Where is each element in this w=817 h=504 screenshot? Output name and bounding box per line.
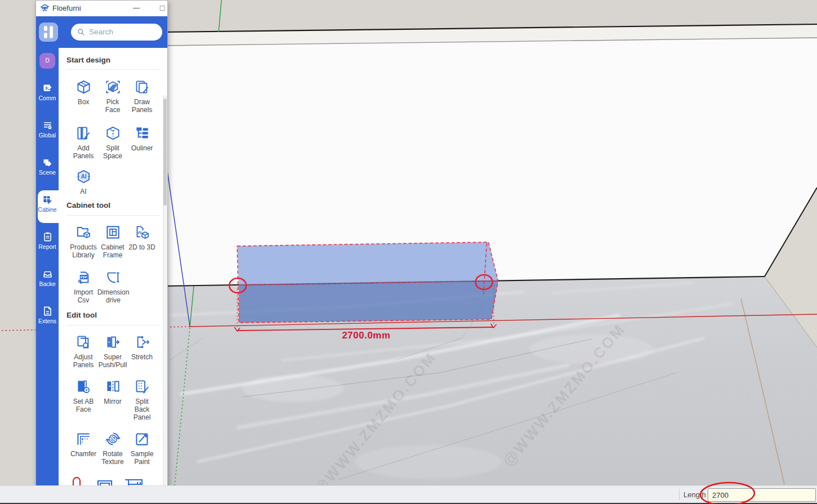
sidebar-tab-backend[interactable]: Backe: [36, 269, 59, 287]
measurement-label: Length: [683, 490, 706, 499]
avatar[interactable]: D: [39, 53, 55, 69]
tool-pick-face[interactable]: Pick Face: [98, 79, 127, 114]
tool-add-panels[interactable]: Add Panels: [69, 126, 98, 160]
sidebar-tab-extension[interactable]: Extens: [36, 306, 59, 324]
dimension-text: 2700.0mm: [326, 330, 407, 341]
sidebar-tab-cabinet[interactable]: Cabine: [36, 194, 59, 213]
tool-2d-to-3d[interactable]: 2D to 3D: [126, 225, 158, 251]
tool-adjust-panels[interactable]: Adjust Panels: [69, 334, 98, 369]
search-input[interactable]: [88, 25, 158, 39]
section-title-start-design: Start design: [66, 56, 110, 64]
status-bar: Length: [0, 485, 817, 503]
products-library-icon: [76, 225, 91, 240]
search-icon: [77, 28, 85, 36]
panel-scrollbar[interactable]: [163, 95, 167, 498]
super-pushpull-icon: [105, 334, 121, 350]
outliner-icon: [135, 126, 150, 141]
chamfer-icon: [76, 431, 91, 447]
archiwood-logo: [39, 23, 58, 42]
rotate-texture-icon: [105, 431, 121, 447]
selected-box[interactable]: [237, 242, 498, 323]
ai-icon: AI: [76, 169, 91, 184]
sidebar-tab-common[interactable]: Comm: [36, 83, 59, 101]
common-tab-icon: [42, 83, 53, 93]
sidebar-tab-report[interactable]: Report: [36, 231, 59, 250]
tool-import-csv[interactable]: csv Import Csv: [69, 270, 98, 304]
set-ab-face-icon: [76, 379, 91, 394]
plugin-title: Floefurni: [52, 4, 81, 12]
box-icon: [76, 79, 91, 95]
maximize-button[interactable]: □: [154, 1, 168, 16]
tool-super-pushpull[interactable]: Super Push/Pull: [96, 334, 130, 369]
section-title-edit-tool: Edit tool: [66, 311, 97, 319]
sidebar-rail: D Comm Global: [36, 48, 59, 498]
backend-tab-icon: [42, 269, 53, 279]
tool-sample-paint[interactable]: Sample Paint: [127, 431, 157, 466]
tool-outliner[interactable]: Ouliner: [127, 126, 157, 152]
tool-split-back-panel[interactable]: Split Back Panel: [127, 379, 157, 421]
plugin-header: [36, 16, 167, 48]
adjust-panels-icon: [76, 334, 91, 350]
split-space-icon: [105, 126, 121, 141]
tool-ai[interactable]: AI AI: [69, 169, 98, 195]
plugin-titlebar[interactable]: Floefurni — □ ✕: [36, 1, 167, 16]
statusbar-separator: [679, 489, 680, 500]
svg-text:csv: csv: [80, 275, 87, 279]
stretch-icon: [135, 334, 150, 350]
app-window: @WWW.ZMZMO.COM @WWW.ZMZMO.COM: [0, 0, 817, 504]
tool-dimension-drive[interactable]: Dimension drive: [95, 270, 132, 304]
draw-panels-icon: [135, 79, 150, 95]
global-tab-icon: [42, 120, 53, 131]
split-back-panel-icon: [135, 379, 150, 394]
search-box[interactable]: [71, 24, 162, 41]
divider: [66, 325, 161, 325]
report-tab-icon: [42, 231, 53, 242]
add-panels-icon: [76, 126, 91, 141]
plugin-window: Floefurni — □ ✕ D: [35, 0, 168, 499]
sample-paint-icon: [135, 431, 150, 447]
divider: [66, 215, 161, 216]
tool-set-ab-face[interactable]: Set AB Face: [69, 379, 98, 413]
divider: [66, 69, 161, 70]
dimension-drive-icon: [106, 270, 121, 285]
tool-stretch[interactable]: Stretch: [127, 334, 157, 361]
selected-box-top-face[interactable]: [237, 242, 498, 285]
tool-rotate-texture[interactable]: Rotate Texture: [98, 431, 127, 466]
tool-split-space[interactable]: Split Space: [98, 126, 127, 160]
pick-face-icon: [105, 79, 121, 95]
tool-cabinet-frame[interactable]: Cabinet Frame: [98, 225, 127, 259]
cutoff-tool-icon-2[interactable]: [97, 476, 113, 486]
cabinet-tab-icon: [42, 194, 53, 205]
tool-box[interactable]: Box: [69, 79, 98, 106]
measurement-input[interactable]: [708, 488, 816, 502]
tool-draw-panels[interactable]: Draw Panels: [127, 79, 157, 114]
import-csv-icon: csv: [76, 270, 91, 285]
scene-tab-icon: [42, 157, 53, 168]
sidebar-tab-global[interactable]: Global: [36, 120, 59, 139]
cutoff-tool-icon-3[interactable]: [124, 476, 143, 486]
scrollbar-thumb[interactable]: [163, 99, 167, 206]
svg-text:AI: AI: [81, 173, 86, 180]
cutoff-tool-icon-1[interactable]: [72, 476, 81, 486]
selected-box-front-face[interactable]: [239, 281, 498, 323]
floefurni-logo-icon: [40, 3, 50, 13]
section-title-cabinet-tool: Cabinet tool: [66, 201, 110, 209]
tool-products-library[interactable]: Products Librariy: [68, 225, 99, 259]
tool-chamfer[interactable]: Chamfer: [69, 431, 98, 458]
mirror-icon: [105, 379, 121, 394]
cabinet-frame-icon: [105, 225, 121, 240]
sidebar-tab-scene[interactable]: Scene: [36, 157, 59, 176]
tool-panel-content: Start design Box Pick Face: [59, 48, 167, 498]
extension-tab-icon: [42, 306, 53, 316]
2d-to-3d-icon: [135, 225, 150, 240]
tool-mirror[interactable]: Mirror: [98, 379, 127, 405]
minimize-button[interactable]: —: [128, 1, 145, 16]
